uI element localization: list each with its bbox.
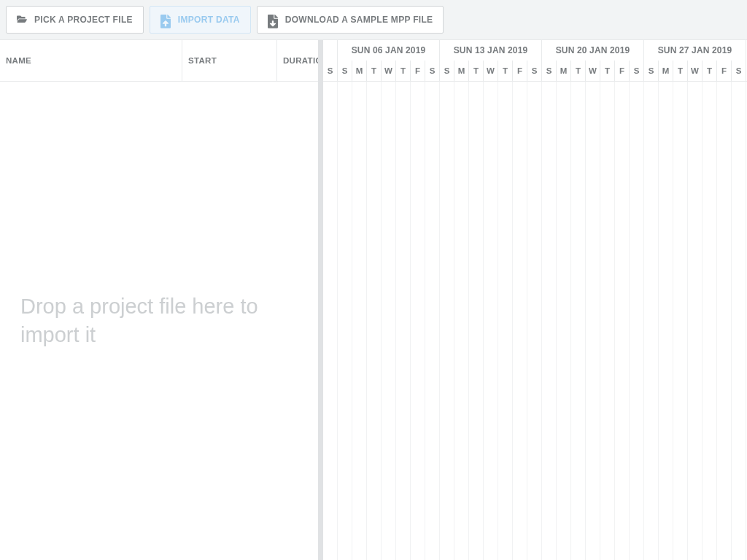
- timeline-day-header: F: [717, 61, 732, 81]
- timeline-day-column: [454, 82, 469, 560]
- timeline-day-column: [542, 82, 557, 560]
- timeline-weeks-row: SUN 06 JAN 2019SUN 13 JAN 2019SUN 20 JAN…: [323, 40, 747, 61]
- timeline-week-header: [323, 40, 338, 61]
- timeline-day-column: [396, 82, 411, 560]
- timeline-day-header: T: [571, 61, 586, 81]
- timeline-day-header: S: [440, 61, 454, 81]
- column-header-start[interactable]: START: [182, 40, 277, 81]
- timeline-week-header: SUN 06 JAN 2019: [338, 40, 440, 61]
- timeline-day-column: [688, 82, 703, 560]
- main-split: NAME START DURATION Drop a project file …: [0, 40, 747, 560]
- timeline-day-header: T: [396, 61, 411, 81]
- drop-zone-placeholder: Drop a project file here to import it: [20, 292, 298, 349]
- timeline-day-header: S: [338, 61, 352, 81]
- timeline-day-header: T: [600, 61, 615, 81]
- timeline-day-header: S: [630, 61, 644, 81]
- timeline-day-header: M: [352, 61, 367, 81]
- timeline-week-header: SUN 20 JAN 2019: [542, 40, 644, 61]
- timeline-day-header: T: [673, 61, 688, 81]
- timeline-day-column: [323, 82, 338, 560]
- timeline-day-header: W: [688, 61, 703, 81]
- timeline-day-column: [703, 82, 717, 560]
- timeline-day-column: [352, 82, 367, 560]
- download-sample-label: DOWNLOAD A SAMPLE MPP FILE: [285, 15, 433, 25]
- timeline-day-header: W: [586, 61, 600, 81]
- timeline-days-row: SSMTWTFSSMTWTFSSMTWTFSSMTWTFS: [323, 61, 747, 81]
- import-data-label: IMPORT DATA: [178, 15, 240, 25]
- timeline-day-header: W: [382, 61, 396, 81]
- timeline-day-header: S: [542, 61, 557, 81]
- timeline-day-header: W: [484, 61, 498, 81]
- timeline-day-column: [630, 82, 644, 560]
- timeline-day-column: [367, 82, 382, 560]
- toolbar: PICK A PROJECT FILE IMPORT DATA DOWNLOAD…: [0, 0, 747, 40]
- timeline-day-header: T: [498, 61, 513, 81]
- timeline-day-column: [673, 82, 688, 560]
- timeline-day-column: [513, 82, 527, 560]
- timeline-day-column: [659, 82, 673, 560]
- timeline-day-column: [644, 82, 659, 560]
- timeline-day-header: T: [469, 61, 484, 81]
- timeline-day-header: T: [703, 61, 717, 81]
- timeline-day-column: [600, 82, 615, 560]
- timeline-day-column: [527, 82, 542, 560]
- download-sample-button[interactable]: DOWNLOAD A SAMPLE MPP FILE: [257, 6, 444, 34]
- timeline-day-column: [440, 82, 454, 560]
- timeline-body[interactable]: [323, 82, 747, 560]
- column-header-name[interactable]: NAME: [0, 40, 182, 81]
- timeline-day-column: [469, 82, 484, 560]
- file-download-icon: [268, 15, 278, 25]
- timeline-day-column: [615, 82, 630, 560]
- task-grid-header: NAME START DURATION: [0, 40, 318, 82]
- timeline-pane: SUN 06 JAN 2019SUN 13 JAN 2019SUN 20 JAN…: [323, 40, 747, 560]
- column-header-duration[interactable]: DURATION: [277, 40, 318, 81]
- import-data-button: IMPORT DATA: [150, 6, 251, 34]
- timeline-day-header: T: [367, 61, 382, 81]
- timeline-day-column: [498, 82, 513, 560]
- timeline-day-header: S: [323, 61, 338, 81]
- timeline-day-header: F: [513, 61, 527, 81]
- timeline-day-column: [571, 82, 586, 560]
- timeline-day-header: M: [659, 61, 673, 81]
- timeline-day-column: [411, 82, 425, 560]
- timeline-day-column: [338, 82, 352, 560]
- timeline-day-column: [484, 82, 498, 560]
- timeline-day-column: [557, 82, 571, 560]
- timeline-day-column: [717, 82, 732, 560]
- timeline-day-column: [425, 82, 440, 560]
- timeline-day-column: [732, 82, 746, 560]
- timeline-week-header: SUN 13 JAN 2019: [440, 40, 542, 61]
- timeline-day-header: S: [425, 61, 440, 81]
- timeline-day-header: S: [732, 61, 746, 81]
- file-import-icon: [160, 15, 171, 25]
- folder-open-icon: [17, 15, 27, 25]
- timeline-day-header: F: [615, 61, 630, 81]
- timeline-header: SUN 06 JAN 2019SUN 13 JAN 2019SUN 20 JAN…: [323, 40, 747, 82]
- timeline-day-header: F: [411, 61, 425, 81]
- timeline-day-column: [382, 82, 396, 560]
- pane-splitter[interactable]: [318, 40, 323, 560]
- pick-project-file-label: PICK A PROJECT FILE: [34, 15, 133, 25]
- task-grid-drop-zone[interactable]: Drop a project file here to import it: [0, 82, 318, 560]
- pick-project-file-button[interactable]: PICK A PROJECT FILE: [6, 6, 144, 34]
- timeline-day-header: M: [557, 61, 571, 81]
- task-grid: NAME START DURATION Drop a project file …: [0, 40, 318, 560]
- timeline-day-header: S: [644, 61, 659, 81]
- timeline-week-header: SUN 27 JAN 2019: [644, 40, 746, 61]
- timeline-day-header: M: [454, 61, 469, 81]
- timeline-day-column: [586, 82, 600, 560]
- timeline-day-header: S: [527, 61, 542, 81]
